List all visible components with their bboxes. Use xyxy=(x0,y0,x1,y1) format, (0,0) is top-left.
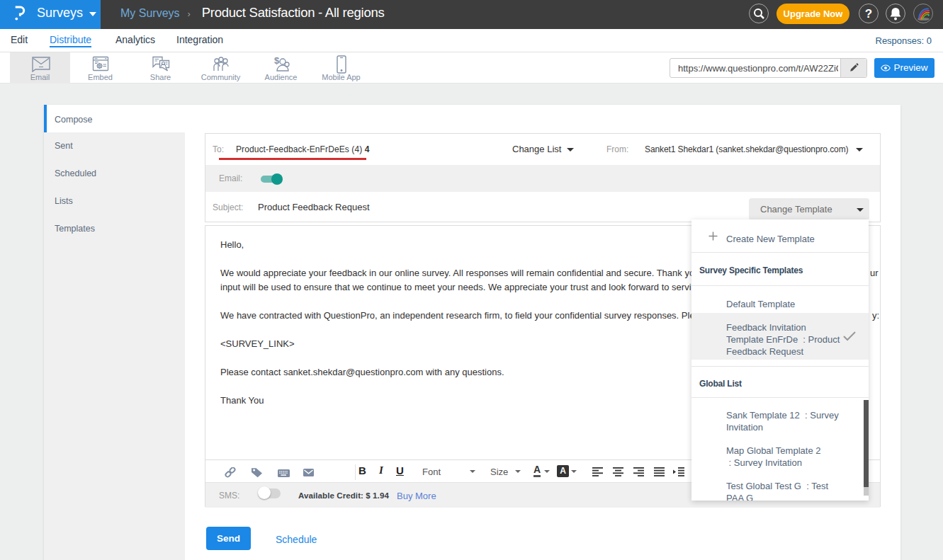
svg-text:$: $ xyxy=(274,55,280,66)
